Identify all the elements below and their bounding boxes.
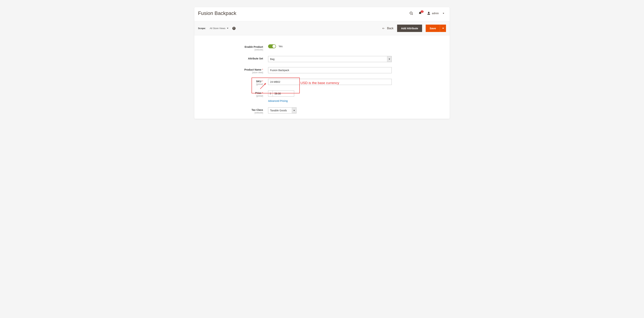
required-marker: *: [262, 80, 263, 83]
attribute-set-value[interactable]: [268, 56, 392, 62]
field-tax-class: Tax Class [website]: [202, 107, 442, 114]
header-actions: 1 admin: [409, 11, 444, 15]
sku-label: SKU: [256, 80, 262, 83]
product-name-input[interactable]: [268, 67, 392, 73]
scope-value: All Store Views: [210, 27, 225, 30]
user-name: admin: [432, 12, 439, 15]
chevron-down-icon: [442, 28, 444, 29]
svg-line-1: [412, 14, 413, 15]
product-name-scope: [store view]: [202, 71, 263, 74]
required-marker: *: [262, 68, 263, 71]
save-dropdown-toggle[interactable]: [440, 24, 446, 32]
tax-class-label: Tax Class: [202, 108, 263, 111]
product-edit-panel: Fusion Backpack 1 admin Scope: All Store…: [194, 7, 450, 119]
attribute-set-select[interactable]: [268, 56, 392, 62]
price-scope: [global]: [202, 95, 263, 97]
notification-badge: 1: [421, 10, 424, 13]
arrow-left-icon: [382, 27, 385, 30]
toolbar-left: Scope: All Store Views ?: [198, 27, 236, 30]
field-enable-product: Enable Product [website] Yes: [202, 44, 442, 51]
field-price: Price* [global] $ Advanced Pricing: [202, 90, 442, 102]
svg-point-0: [410, 12, 412, 14]
enable-product-toggle[interactable]: [268, 44, 276, 48]
currency-symbol: $: [268, 90, 272, 97]
field-attribute-set: Attribute Set: [202, 56, 442, 62]
attribute-set-label: Attribute Set: [202, 57, 263, 60]
enable-product-label: Enable Product: [202, 45, 263, 48]
tax-class-select[interactable]: [268, 107, 296, 113]
user-menu[interactable]: admin: [427, 11, 444, 15]
toolbar-right: Back Add Attribute Save: [382, 24, 446, 32]
page-header: Fusion Backpack 1 admin: [194, 7, 450, 21]
enable-product-value: Yes: [278, 45, 283, 48]
scope-selector[interactable]: All Store Views: [210, 27, 228, 30]
product-name-label: Product Name: [244, 68, 262, 71]
search-icon[interactable]: [409, 11, 413, 15]
toolbar: Scope: All Store Views ? Back Add Attrib…: [194, 21, 450, 35]
field-sku: SKU* [global]: [202, 79, 442, 85]
sku-scope: [global]: [202, 83, 263, 85]
tax-class-scope: [website]: [202, 111, 263, 114]
scope-label: Scope:: [198, 27, 206, 30]
save-button-group: Save: [426, 24, 446, 32]
enable-product-scope: [website]: [202, 48, 263, 51]
price-input[interactable]: [272, 90, 294, 97]
price-label: Price: [255, 92, 261, 94]
add-attribute-button[interactable]: Add Attribute: [397, 24, 422, 32]
back-button[interactable]: Back: [382, 27, 394, 30]
back-label: Back: [387, 27, 394, 30]
advanced-pricing-link[interactable]: Advanced Pricing: [268, 99, 288, 102]
chevron-down-icon: [443, 13, 444, 14]
tax-class-value[interactable]: [268, 107, 296, 113]
toggle-knob: [272, 45, 276, 48]
save-button[interactable]: Save: [426, 24, 440, 32]
product-form: Enable Product [website] Yes Attribute S…: [194, 35, 450, 119]
required-marker: *: [262, 92, 263, 94]
user-icon: [427, 11, 430, 15]
page-title: Fusion Backpack: [198, 10, 236, 16]
field-product-name: Product Name* [store view]: [202, 67, 442, 74]
chevron-down-icon: [227, 28, 228, 29]
notifications-icon[interactable]: 1: [418, 11, 422, 15]
sku-input[interactable]: [268, 79, 392, 85]
help-icon[interactable]: ?: [232, 27, 236, 30]
